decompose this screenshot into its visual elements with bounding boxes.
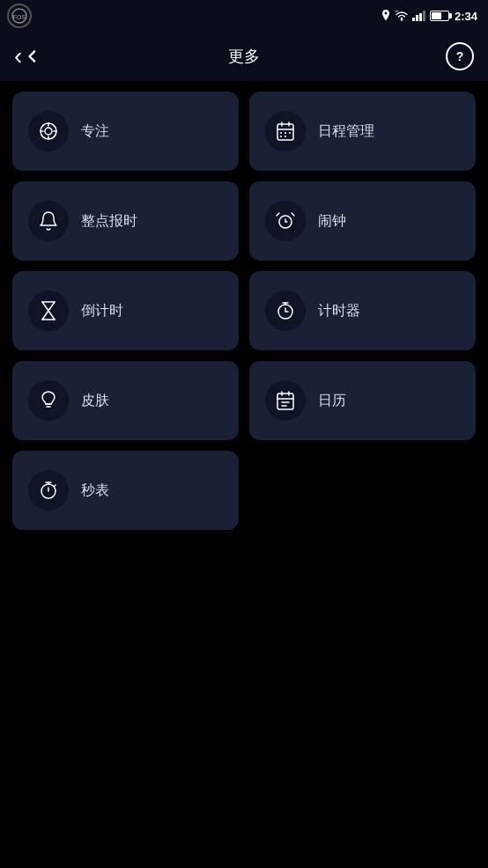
schedule-icon-wrap <box>265 111 306 151</box>
menu-item-skin[interactable]: 皮肤 <box>12 361 239 440</box>
status-icons <box>381 10 449 22</box>
svg-rect-3 <box>412 18 415 21</box>
schedule-label: 日程管理 <box>318 122 374 141</box>
alarm-icon <box>275 210 296 232</box>
signal-icon <box>412 11 426 21</box>
status-bar: FOS <box>0 0 488 32</box>
page-title: 更多 <box>228 46 260 67</box>
status-right: 2:34 <box>381 10 477 23</box>
focus-icon-wrap <box>28 111 69 151</box>
timer-icon-wrap <box>265 291 306 331</box>
hourly-label: 整点报时 <box>81 212 137 231</box>
menu-item-countdown[interactable]: 倒计时 <box>12 271 239 350</box>
menu-item-hourly[interactable]: 整点报时 <box>12 181 239 261</box>
timer-label: 计时器 <box>318 302 360 320</box>
battery-icon <box>430 11 449 21</box>
bell-icon <box>38 210 59 232</box>
menu-item-timer[interactable]: 计时器 <box>249 271 476 350</box>
svg-line-23 <box>277 213 279 216</box>
menu-grid: 专注 日程管理 整点报时 <box>0 81 488 541</box>
status-left: FOS <box>7 4 32 28</box>
menu-item-stopwatch[interactable]: 秒表 <box>12 451 239 530</box>
hourly-icon-wrap <box>28 201 69 241</box>
hourglass-icon <box>38 300 59 321</box>
svg-rect-4 <box>416 15 418 21</box>
svg-rect-5 <box>419 13 422 21</box>
calendar-icon-wrap <box>265 380 306 421</box>
calendar-label: 日历 <box>318 392 346 410</box>
calendar-icon <box>275 390 296 411</box>
svg-line-24 <box>292 213 294 216</box>
menu-item-calendar[interactable]: 日历 <box>249 361 476 440</box>
wifi-icon <box>395 11 409 21</box>
header: 更多 ? <box>0 32 488 81</box>
schedule-icon <box>275 121 296 142</box>
clock: 2:34 <box>455 10 477 23</box>
countdown-icon-wrap <box>28 291 69 331</box>
svg-rect-6 <box>423 11 425 21</box>
menu-item-schedule[interactable]: 日程管理 <box>249 92 476 171</box>
skin-icon <box>38 390 59 411</box>
help-button[interactable]: ? <box>446 42 474 70</box>
app-icon: FOS <box>7 4 32 28</box>
focus-label: 专注 <box>81 122 109 141</box>
stopwatch-icon-wrap <box>28 470 69 511</box>
svg-text:FOS: FOS <box>13 14 26 20</box>
location-icon <box>381 10 391 22</box>
alarm-label: 闹钟 <box>318 212 346 231</box>
alarm-icon-wrap <box>265 201 306 241</box>
timer-icon <box>275 300 296 321</box>
menu-item-focus[interactable]: 专注 <box>12 92 239 171</box>
skin-icon-wrap <box>28 380 69 421</box>
svg-point-7 <box>45 128 52 135</box>
svg-rect-30 <box>277 394 293 409</box>
skin-label: 皮肤 <box>81 392 109 410</box>
stopwatch-label: 秒表 <box>81 482 109 500</box>
countdown-label: 倒计时 <box>81 302 123 320</box>
back-button[interactable] <box>14 42 42 70</box>
menu-item-alarm[interactable]: 闹钟 <box>249 181 476 261</box>
stopwatch-icon <box>38 480 59 501</box>
focus-icon <box>38 121 59 142</box>
svg-point-2 <box>401 18 403 20</box>
